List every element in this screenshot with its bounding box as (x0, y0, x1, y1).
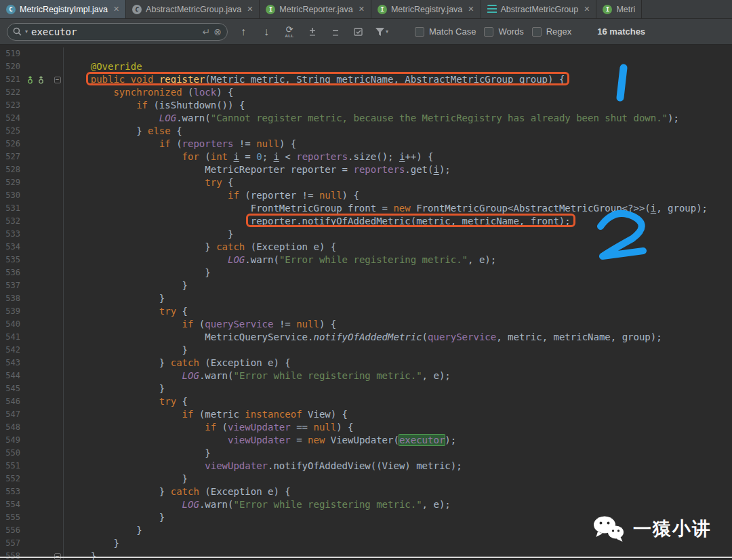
code-text: try { (64, 305, 188, 318)
code-text: } catch (Exception e) { (64, 485, 291, 498)
code-line: 535 LOG.warn("Error while registering me… (0, 254, 732, 266)
search-history-chevron-icon[interactable]: ▾ (25, 28, 28, 35)
token: catch (216, 241, 245, 252)
code-text: reporter.notifyOfAddedMetric(metric, met… (64, 215, 571, 228)
token: (Exception e) { (199, 486, 291, 497)
remove-occurrence-button[interactable] (328, 24, 343, 40)
token: , e); (468, 254, 496, 265)
token: "Error while registering metric." (279, 254, 468, 265)
select-occurrences-button[interactable] (351, 24, 366, 40)
newline-icon[interactable]: ↵ (203, 27, 211, 37)
token: synchronized (113, 87, 182, 98)
filter-button[interactable]: ▾ (374, 24, 389, 40)
gutter-icons (23, 550, 52, 560)
code-tokens: LOG.warn("Error while registering metric… (182, 499, 451, 510)
token: .warn( (245, 254, 279, 265)
editor-tab-bar: CMetricRegistryImpl.java✕CAbstractMetric… (0, 0, 732, 19)
fold-icon[interactable]: − (54, 77, 61, 83)
find-all-label: ALL (285, 34, 293, 38)
clear-search-icon[interactable]: ⊗ (214, 27, 222, 37)
line-number: 524 (0, 112, 23, 125)
code-tokens: MetricReporter reporter = reporters.get(… (205, 164, 450, 175)
token: { (171, 125, 182, 136)
override-method-icon[interactable] (26, 76, 34, 84)
add-occurrence-button[interactable] (305, 24, 320, 40)
gutter-icons (23, 460, 52, 473)
close-tab-icon[interactable]: ✕ (359, 5, 365, 14)
code-text: } (64, 292, 165, 305)
code-line: 523 if (isShutdown()) { (0, 99, 732, 112)
fold-column (52, 279, 64, 292)
tab-metri[interactable]: IMetri (596, 0, 642, 18)
token: catch (171, 357, 199, 368)
code-line: 526 if (reporters != null) { (0, 138, 732, 151)
token: ) { (336, 422, 353, 433)
search-icon (13, 27, 22, 36)
code-text: viewUpdater = new ViewUpdater(executor); (64, 434, 456, 447)
fold-column (52, 125, 64, 138)
gutter-icons (23, 125, 52, 138)
find-all-button[interactable]: ⟳ALL (282, 24, 297, 40)
tab-abstractmetricgroup-java[interactable]: CAbstractMetricGroup.java✕ (126, 0, 260, 18)
gutter-icons (23, 485, 52, 498)
token: (Exception e) { (245, 241, 336, 252)
token: .warn( (199, 370, 234, 381)
gutter-icons (23, 202, 52, 215)
code-text (64, 47, 68, 60)
close-tab-icon[interactable]: ✕ (584, 5, 590, 14)
line-number: 533 (0, 228, 23, 241)
token: } (113, 538, 119, 548)
tab-label: MetricReporter.java (279, 5, 352, 14)
watermark-text: 一猿小讲 (633, 517, 712, 541)
line-number: 558 (0, 550, 23, 560)
close-tab-icon[interactable]: ✕ (468, 5, 474, 14)
line-number: 527 (0, 151, 23, 163)
close-tab-icon[interactable]: ✕ (113, 5, 119, 14)
token: reporter.notifyOfAddedMetric(metric, met… (251, 216, 571, 226)
code-text: LOG.warn("Error while registering metric… (64, 498, 451, 511)
code-line: 548 if (viewUpdater == null) { (0, 421, 732, 434)
code-line: 547 if (metric instanceof View) { (0, 408, 732, 421)
words-checkbox[interactable]: Words (484, 26, 523, 37)
match-case-checkbox[interactable]: Match Case (415, 26, 476, 37)
code-line: 554 LOG.warn("Error while registering me… (0, 498, 732, 511)
code-tokens: try { (205, 177, 233, 188)
token: } (91, 551, 96, 560)
code-text: } (64, 228, 233, 241)
token: } (159, 293, 165, 304)
code-text: @Override (64, 60, 142, 73)
code-text: } (64, 511, 165, 524)
tab-abstractmetricgroup[interactable]: AbstractMetricGroup✕ (481, 0, 597, 18)
code-tokens: } (205, 267, 210, 278)
token: if (159, 138, 171, 149)
code-tokens: LOG.warn("Error while registering metric… (182, 370, 451, 381)
tab-metricreporter-java[interactable]: IMetricReporter.java✕ (260, 0, 371, 18)
code-tokens: } catch (Exception e) { (159, 486, 291, 497)
fold-column (52, 189, 64, 202)
gutter-icons (23, 434, 52, 447)
token: try (159, 306, 176, 317)
code-line: 540 if (queryService != null) { (0, 318, 732, 331)
gutter-icons (23, 189, 52, 202)
close-tab-icon[interactable]: ✕ (247, 5, 253, 14)
search-input[interactable]: ▾ executor ↵ ⊗ (7, 23, 228, 41)
search-match-highlight: executor (399, 435, 445, 445)
add-occurrence-icon (307, 26, 318, 37)
regex-checkbox[interactable]: Regex (532, 26, 572, 37)
token: != (233, 138, 256, 149)
code-tokens: reporter.notifyOfAddedMetric(metric, met… (251, 216, 571, 226)
tab-metricregistry-java[interactable]: IMetricRegistry.java✕ (371, 0, 481, 18)
tab-label: MetricRegistryImpl.java (20, 5, 108, 14)
code-editor[interactable]: 519520 @Override521− public void registe… (0, 45, 732, 560)
tab-metricregistryimpl-java[interactable]: CMetricRegistryImpl.java✕ (0, 0, 126, 18)
line-number: 549 (0, 434, 23, 447)
next-occurrence-button[interactable]: ↓ (259, 24, 274, 40)
line-number: 552 (0, 473, 23, 485)
line-number: 530 (0, 189, 23, 202)
previous-occurrence-button[interactable]: ↑ (236, 24, 251, 40)
token: ) { (279, 138, 296, 149)
implement-method-icon[interactable] (37, 76, 45, 84)
fold-column (52, 473, 64, 485)
line-number: 536 (0, 266, 23, 279)
token: } (205, 267, 210, 278)
